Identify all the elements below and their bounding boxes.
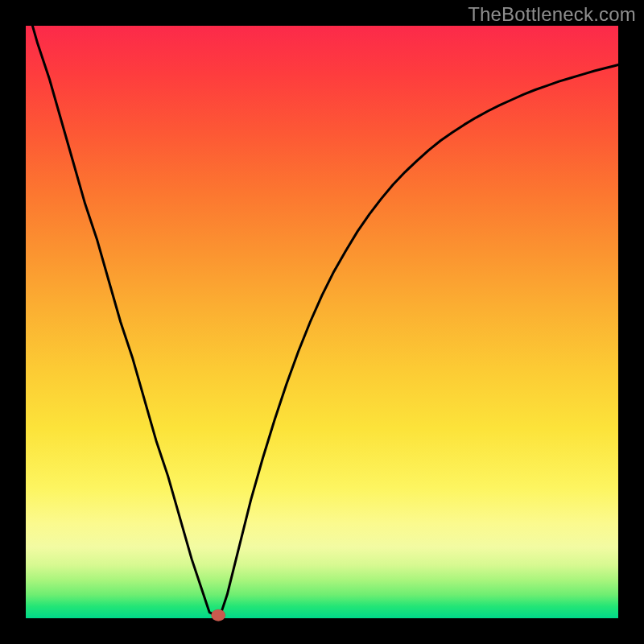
plot-area xyxy=(26,26,618,618)
watermark-text: TheBottleneck.com xyxy=(468,3,636,26)
chart-frame: TheBottleneck.com xyxy=(0,0,644,644)
chart-svg xyxy=(26,26,618,618)
optimal-point-marker xyxy=(211,609,225,621)
bottleneck-curve xyxy=(26,2,618,616)
